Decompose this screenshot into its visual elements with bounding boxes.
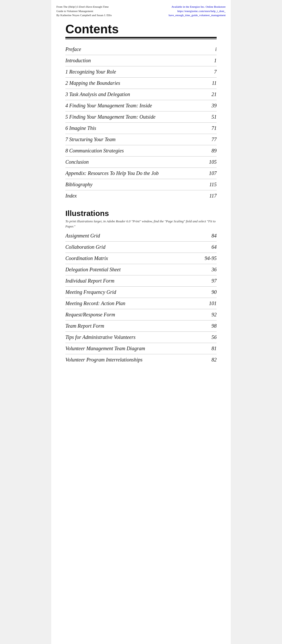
toc-entry: 3 Task Analysis and Delegation21 bbox=[65, 89, 217, 100]
illus-entry-page: 90 bbox=[204, 289, 217, 295]
toc-entry: Bibliography115 bbox=[65, 179, 217, 190]
illus-entry-page: 64 bbox=[204, 244, 217, 250]
toc-entry-page: 7 bbox=[206, 69, 217, 75]
toc-entry: Introduction1 bbox=[65, 55, 217, 66]
illustrations-list: Assignment Grid84Collaboration Grid64Coo… bbox=[65, 230, 217, 365]
illus-entry: Meeting Frequency Grid90 bbox=[65, 287, 217, 298]
toc-entry: Index117 bbox=[65, 190, 217, 201]
toc-entry-page: 117 bbox=[206, 193, 217, 199]
header-right-line3: have_enough_time_guide_volunteer_managem… bbox=[169, 14, 226, 17]
toc-entry-page: 105 bbox=[206, 159, 217, 165]
illus-entry: Volunteer Program Interrelationships82 bbox=[65, 354, 217, 365]
illus-entry-page: 98 bbox=[204, 323, 217, 329]
toc-entry-label: 8 Communication Strategies bbox=[65, 148, 206, 154]
title-rule-thick bbox=[65, 37, 217, 38]
illus-entry-label: Team Report Form bbox=[65, 323, 204, 329]
illus-entry-page: 36 bbox=[204, 267, 217, 273]
illus-entry-label: Meeting Frequency Grid bbox=[65, 289, 204, 295]
toc-entry-label: 7 Structuring Your Team bbox=[65, 137, 206, 142]
toc-entry-label: 4 Finding Your Management Team: Inside bbox=[65, 103, 206, 109]
illus-entry: Request/Response Form92 bbox=[65, 309, 217, 320]
toc-entry-page: 21 bbox=[206, 91, 217, 97]
header-right-line2: https://energizeinc.com/store/help_i_don… bbox=[177, 9, 226, 13]
toc-entry-page: 51 bbox=[206, 114, 217, 120]
illus-entry-page: 56 bbox=[204, 334, 217, 340]
toc-entry: Conclusion105 bbox=[65, 157, 217, 168]
illus-entry-label: Delegation Potential Sheet bbox=[65, 267, 204, 273]
illus-entry-label: Assignment Grid bbox=[65, 233, 204, 239]
toc-entry-label: Preface bbox=[65, 46, 206, 52]
toc-entry-label: Bibliography bbox=[65, 182, 206, 188]
toc-entry-page: 77 bbox=[206, 137, 217, 142]
toc-entry-page: 107 bbox=[206, 170, 217, 176]
header-right-line1: Available in the Energize Inc. Online Bo… bbox=[172, 5, 226, 8]
illus-entry-label: Volunteer Program Interrelationships bbox=[65, 357, 204, 363]
illus-entry-label: Coordination Matrix bbox=[65, 255, 204, 261]
illus-entry: Delegation Potential Sheet36 bbox=[65, 264, 217, 275]
illus-entry: Assignment Grid84 bbox=[65, 230, 217, 241]
toc-entry: 2 Mapping the Boundaries11 bbox=[65, 78, 217, 89]
illus-entry-page: 81 bbox=[204, 346, 217, 351]
header-left-line1: From The (Help!) I-Don't-Have-Enough-Tim… bbox=[56, 5, 109, 8]
illus-entry: Collaboration Grid64 bbox=[65, 242, 217, 253]
page: From The (Help!) I-Don't-Have-Enough-Tim… bbox=[51, 0, 231, 644]
toc-entry-page: 71 bbox=[206, 125, 217, 131]
toc-entry-label: 2 Mapping the Boundaries bbox=[65, 80, 206, 86]
illus-entry-label: Meeting Record: Action Plan bbox=[65, 300, 204, 306]
illus-entry-page: 82 bbox=[204, 357, 217, 363]
illus-entry-page: 101 bbox=[204, 300, 217, 306]
illus-entry-page: 92 bbox=[204, 312, 217, 318]
illustrations-subtitle: To print illustrations larger, in Adobe … bbox=[65, 219, 217, 229]
toc-entry: 4 Finding Your Management Team: Inside39 bbox=[65, 100, 217, 111]
toc-entry-label: Appendix: Resources To Help You Do the J… bbox=[65, 170, 206, 176]
contents-title-block: Contents bbox=[51, 20, 231, 39]
illus-entry: Tips for Administrative Volunteers56 bbox=[65, 332, 217, 343]
page-title: Contents bbox=[65, 23, 217, 36]
illus-entry-label: Volunteer Management Team Diagram bbox=[65, 346, 204, 351]
header-left: From The (Help!) I-Don't-Have-Enough-Tim… bbox=[56, 5, 112, 17]
toc-entry: 7 Structuring Your Team77 bbox=[65, 134, 217, 145]
toc-entry-page: 115 bbox=[206, 182, 217, 188]
illus-entry: Volunteer Management Team Diagram81 bbox=[65, 343, 217, 354]
illus-entry-page: 97 bbox=[204, 278, 217, 284]
illus-entry-label: Request/Response Form bbox=[65, 312, 204, 318]
illustrations-title: Illustrations bbox=[65, 209, 217, 218]
toc-entry: 1 Recognizing Your Role7 bbox=[65, 66, 217, 77]
header-right: Available in the Energize Inc. Online Bo… bbox=[169, 5, 226, 17]
toc-entry-label: Introduction bbox=[65, 58, 206, 64]
illus-entry: Meeting Record: Action Plan101 bbox=[65, 298, 217, 309]
toc-entry: 6 Imagine This71 bbox=[65, 123, 217, 134]
toc-entry: 8 Communication Strategies89 bbox=[65, 145, 217, 156]
toc-entry-page: i bbox=[206, 46, 217, 52]
toc-entry-label: 3 Task Analysis and Delegation bbox=[65, 91, 206, 97]
illus-entry-label: Individual Report Form bbox=[65, 278, 204, 284]
illus-entry: Team Report Form98 bbox=[65, 320, 217, 331]
toc-entry-label: 6 Imagine This bbox=[65, 125, 206, 131]
toc-entry-label: 1 Recognizing Your Role bbox=[65, 69, 206, 75]
toc-entry-label: Index bbox=[65, 193, 206, 199]
illus-entry: Coordination Matrix94-95 bbox=[65, 253, 217, 264]
header-left-line2: Guide to Volunteer Management bbox=[56, 9, 93, 13]
illus-entry-page: 94-95 bbox=[204, 255, 217, 261]
toc-section: PrefaceiIntroduction11 Recognizing Your … bbox=[51, 39, 231, 201]
toc-entry-page: 1 bbox=[206, 58, 217, 64]
toc-entry-label: Conclusion bbox=[65, 159, 206, 165]
toc-entry: Appendix: Resources To Help You Do the J… bbox=[65, 168, 217, 179]
illus-entry-label: Collaboration Grid bbox=[65, 244, 204, 250]
header-left-line3: By Katherine Noyes Campbell and Susan J.… bbox=[56, 14, 112, 17]
toc-entry-label: 5 Finding Your Management Team: Outside bbox=[65, 114, 206, 120]
page-header: From The (Help!) I-Don't-Have-Enough-Tim… bbox=[51, 0, 231, 20]
illus-entry-label: Tips for Administrative Volunteers bbox=[65, 334, 204, 340]
illustrations-section: Illustrations To print illustrations lar… bbox=[51, 201, 231, 365]
toc-entry: Prefacei bbox=[65, 44, 217, 55]
illus-entry-page: 84 bbox=[204, 233, 217, 239]
toc-entry-page: 89 bbox=[206, 148, 217, 154]
toc-entry-page: 11 bbox=[206, 80, 217, 86]
toc-entry: 5 Finding Your Management Team: Outside5… bbox=[65, 111, 217, 122]
toc-entry-page: 39 bbox=[206, 103, 217, 109]
illus-entry: Individual Report Form97 bbox=[65, 275, 217, 286]
